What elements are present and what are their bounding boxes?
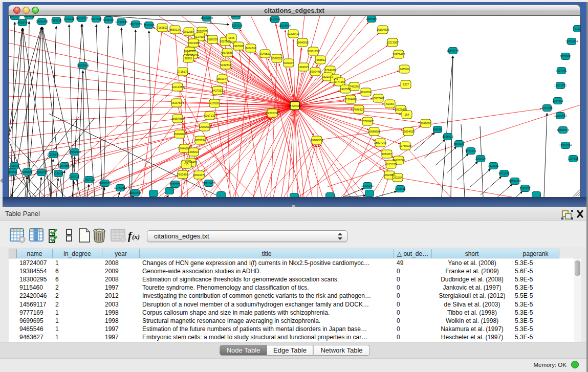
svg-text:6466160: 6466160 [103,18,114,21]
svg-text:6879197: 6879197 [454,142,465,145]
svg-text:19654923: 19654923 [402,130,415,133]
svg-text:12353594: 12353594 [199,125,211,128]
svg-text:62160: 62160 [386,102,394,105]
svg-text:13716485: 13716485 [203,182,215,185]
svg-text:252254: 252254 [393,176,402,179]
svg-text:14055714: 14055714 [16,21,29,24]
svg-text:1156829: 1156829 [22,170,33,173]
svg-text:19166827: 19166827 [173,133,186,136]
svg-text:16782759: 16782759 [114,186,126,189]
svg-text:1546: 1546 [228,36,234,39]
svg-text:20053346: 20053346 [77,64,89,67]
svg-text:16654985: 16654985 [171,117,184,120]
svg-text:18807249: 18807249 [374,141,386,144]
svg-text:9227341: 9227341 [556,69,567,72]
svg-text:8186328: 8186328 [207,38,218,41]
svg-text:16033809: 16033809 [201,16,213,19]
svg-text:1498222: 1498222 [188,150,199,154]
svg-text:1327: 1327 [403,83,409,86]
svg-text:(x): (x) [132,233,140,240]
svg-text:10653267: 10653267 [76,17,88,20]
svg-text:10719135: 10719135 [115,20,127,24]
svg-text:10025453: 10025453 [395,108,407,111]
svg-text:9777169: 9777169 [335,80,345,83]
svg-text:2505115: 2505115 [69,175,80,178]
svg-text:14136141: 14136141 [361,184,374,187]
svg-text:16914479: 16914479 [193,173,205,177]
svg-text:16046788: 16046788 [178,147,190,150]
svg-text:10543382: 10543382 [187,41,200,45]
svg-text:16671355: 16671355 [129,23,142,26]
svg-text:7632621: 7632621 [488,164,499,167]
svg-text:1167533: 1167533 [568,157,579,160]
svg-text:1175233: 1175233 [64,17,75,20]
svg-text:21364436: 21364436 [344,98,357,101]
svg-text:746266: 746266 [350,85,359,88]
svg-text:10756928: 10756928 [399,144,411,147]
svg-text:1527602: 1527602 [91,17,102,20]
svg-text:9242848: 9242848 [221,63,231,67]
svg-text:1621072: 1621072 [322,75,333,78]
svg-text:16961758: 16961758 [307,50,319,53]
svg-text:16120746: 16120746 [393,159,405,162]
svg-text:3267130: 3267130 [205,114,215,117]
svg-text:2367608: 2367608 [233,45,244,48]
svg-text:8427552: 8427552 [212,89,223,92]
svg-text:98901: 98901 [185,57,192,60]
svg-text:16543382: 16543382 [184,50,196,53]
svg-text:16648784: 16648784 [447,49,459,52]
svg-text:16210643: 16210643 [554,114,567,117]
svg-text:2803144: 2803144 [217,77,228,80]
svg-text:9084067: 9084067 [382,152,393,156]
svg-text:15720407: 15720407 [361,120,374,123]
svg-text:7955812: 7955812 [315,58,326,61]
svg-text:15692971: 15692971 [557,128,569,132]
svg-text:3215958: 3215958 [542,106,553,110]
svg-text:114519: 114519 [54,172,63,175]
svg-text:10654112: 10654112 [509,180,521,183]
svg-text:20206576: 20206576 [47,153,59,156]
svg-text:1615132: 1615132 [386,163,397,166]
svg-text:1588520: 1588520 [272,57,282,60]
svg-text:6794028: 6794028 [325,69,336,72]
svg-text:2718176: 2718176 [178,70,188,73]
svg-text:6990448: 6990448 [310,70,321,73]
svg-text:184095: 184095 [433,128,442,131]
svg-text:6322037: 6322037 [284,61,294,64]
svg-text:10973493: 10973493 [393,53,405,56]
svg-text:5675685: 5675685 [222,51,233,54]
svg-text:10688609: 10688609 [368,130,380,133]
svg-text:13325419: 13325419 [287,32,299,35]
svg-text:20691406: 20691406 [36,20,48,23]
svg-text:9245652: 9245652 [520,187,531,190]
svg-text:7986322: 7986322 [354,108,364,111]
svg-text:2087682: 2087682 [366,17,377,20]
svg-text:17359938: 17359938 [69,150,81,154]
svg-text:2935114: 2935114 [475,157,486,160]
svg-text:9699695: 9699695 [421,122,431,125]
svg-text:115: 115 [184,163,189,166]
svg-text:9329966: 9329966 [560,55,571,58]
svg-text:10958157: 10958157 [99,182,111,185]
svg-text:39151: 39151 [9,170,16,173]
svg-text:12942737: 12942737 [35,171,48,174]
svg-text:7163822: 7163822 [157,26,168,29]
svg-text:1244415: 1244415 [553,99,563,102]
svg-text:9474444: 9474444 [466,149,476,152]
svg-text:1733426: 1733426 [395,187,406,190]
svg-text:10807487: 10807487 [372,97,384,100]
svg-text:12923448: 12923448 [129,191,141,194]
svg-text:17016504: 17016504 [559,144,572,147]
svg-text:8660124: 8660124 [170,28,181,31]
svg-text:835721: 835721 [231,16,241,17]
svg-text:9327505: 9327505 [220,40,231,43]
svg-text:19218506: 19218506 [278,24,291,27]
svg-text:8813054: 8813054 [270,18,280,21]
svg-text:18640910: 18640910 [296,41,309,44]
svg-text:1660557: 1660557 [10,16,20,18]
svg-text:1610755: 1610755 [171,101,182,104]
svg-text:12213383: 12213383 [171,85,184,89]
svg-text:8471676: 8471676 [499,172,510,175]
svg-text:264: 264 [405,113,409,116]
svg-text:3624554: 3624554 [361,91,372,94]
